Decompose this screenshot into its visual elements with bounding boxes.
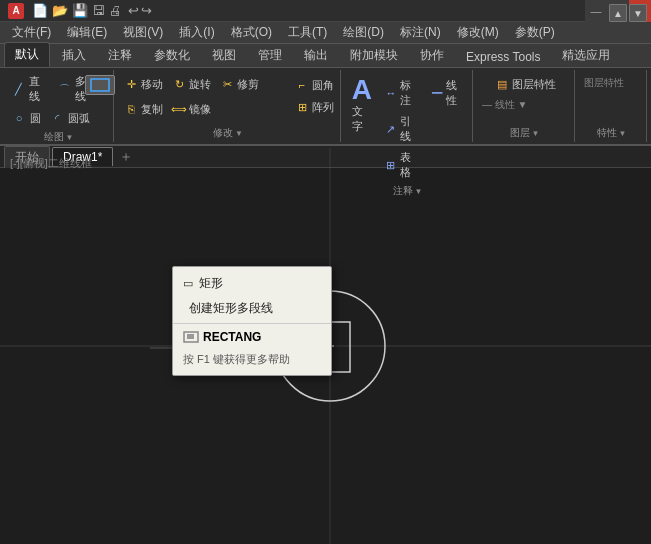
new-icon[interactable]: 📄 xyxy=(32,3,48,18)
btn-circle[interactable]: ○ 圆 xyxy=(8,108,44,128)
open-icon[interactable]: 📂 xyxy=(52,3,68,18)
save-icon[interactable]: 💾 xyxy=(72,3,88,18)
popup-polyrect-label: 创建矩形多段线 xyxy=(189,300,273,317)
btn-leader[interactable]: ↗引线 xyxy=(381,112,423,146)
group-annotation: A 文字 ↔标注 ↗引线 ⊞表格 ━━线性 xyxy=(343,70,473,142)
tab-manage[interactable]: 管理 xyxy=(248,44,292,67)
tab-default[interactable]: 默认 xyxy=(4,42,50,67)
redo-icon[interactable]: ↪ xyxy=(141,3,152,18)
btn-dimension[interactable]: ↔标注 xyxy=(381,76,423,110)
group-layer-label: 图层 ▼ xyxy=(479,124,570,140)
btn-copy[interactable]: ⎘复制 xyxy=(120,99,166,119)
btn-arc[interactable]: ◜ 圆弧 xyxy=(46,108,93,128)
group-modify-label: 修改 ▼ xyxy=(120,124,336,140)
menu-params[interactable]: 参数(P) xyxy=(507,22,563,43)
btn-trim[interactable]: ✂修剪 xyxy=(216,74,262,94)
mirror-icon: ⟺ xyxy=(171,101,187,117)
menu-format[interactable]: 格式(O) xyxy=(223,22,280,43)
btn-mirror[interactable]: ⟺镜像 xyxy=(168,99,214,119)
leader-icon: ↗ xyxy=(384,121,398,137)
move-icon: ✛ xyxy=(123,76,139,92)
group-draw-label: 绘图 ▼ xyxy=(8,128,109,144)
undo-icon[interactable]: ↩ xyxy=(128,3,139,18)
btn-array[interactable]: ⊞阵列 xyxy=(292,97,336,117)
layer-dropdown-arrow[interactable]: ▼ xyxy=(532,129,540,138)
title-bar: A 📄 📂 💾 🖫 🖨 ↩ ↪ ⊿ 共享 — ❐ ✕ xyxy=(0,0,651,22)
tab-output[interactable]: 输出 xyxy=(294,44,338,67)
dimension-icon: ↔ xyxy=(384,85,398,101)
menu-modify[interactable]: 修改(M) xyxy=(449,22,507,43)
ribbon-panel: ╱ 直线 ⌒ 多段线 ○ 圆 ◜ 圆弧 xyxy=(0,68,651,146)
array-icon: ⊞ xyxy=(294,99,310,115)
group-modify: ✛移动 ↻旋转 ✂修剪 ⎘复制 ⟺镜像 ⌐圆角 ⊞阵列 xyxy=(116,70,341,142)
menu-draw[interactable]: 绘图(D) xyxy=(335,22,392,43)
text-big-icon: A xyxy=(352,76,372,104)
polyline-icon: ⌒ xyxy=(57,81,72,97)
group-properties-label: 特性 ▼ xyxy=(581,124,642,140)
rectangle-ribbon-icon xyxy=(90,78,110,92)
popup-rect-label: 矩形 xyxy=(199,275,223,292)
trim-icon: ✂ xyxy=(219,76,235,92)
popup-command-label: RECTANG xyxy=(203,330,261,344)
btn-rectangle-ribbon[interactable] xyxy=(85,75,115,95)
tab-finedapp[interactable]: 精选应用 xyxy=(552,44,620,67)
svg-rect-9 xyxy=(187,334,194,339)
btn-text[interactable]: A 文字 xyxy=(347,74,377,136)
tab-collaborate[interactable]: 协作 xyxy=(410,44,454,67)
tab-addmodule[interactable]: 附加模块 xyxy=(340,44,408,67)
menu-tools[interactable]: 工具(T) xyxy=(280,22,335,43)
main-canvas-area: [-][俯视]二维线框 ▭ 矩形 创建矩形多段线 xyxy=(0,148,651,544)
layer-props-icon: ▤ xyxy=(494,76,510,92)
ribbon-collapse-btn[interactable]: ▲ xyxy=(609,4,627,22)
arc-icon: ◜ xyxy=(49,110,65,126)
popup-command-row[interactable]: RECTANG xyxy=(173,326,331,348)
tab-annotate[interactable]: 注释 xyxy=(98,44,142,67)
menu-insert[interactable]: 插入(I) xyxy=(171,22,222,43)
group-properties: 图层特性 特性 ▼ xyxy=(577,70,647,142)
tab-parametric[interactable]: 参数化 xyxy=(144,44,200,67)
app-logo: A xyxy=(8,3,24,19)
menu-edit[interactable]: 编辑(E) xyxy=(59,22,115,43)
properties-dropdown-arrow[interactable]: ▼ xyxy=(619,129,627,138)
minimize-button[interactable]: — xyxy=(585,0,607,22)
fillet-icon: ⌐ xyxy=(294,77,310,93)
group-layer: ▤图层特性 — 线性 ▼ 图层 ▼ xyxy=(475,70,575,142)
draw-row-2: ○ 圆 ◜ 圆弧 xyxy=(8,108,109,128)
menu-file[interactable]: 文件(F) xyxy=(4,22,59,43)
linear-icon: ━━ xyxy=(429,85,443,101)
ribbon-win-controls: ▲ ▼ xyxy=(609,4,647,22)
menu-annotate[interactable]: 标注(N) xyxy=(392,22,449,43)
tab-view[interactable]: 视图 xyxy=(202,44,246,67)
ribbon-tabs: 默认 插入 注释 参数化 视图 管理 输出 附加模块 协作 Express To… xyxy=(0,44,651,68)
rotate-icon: ↻ xyxy=(171,76,187,92)
tab-expresstools[interactable]: Express Tools xyxy=(456,47,550,67)
saveas-icon[interactable]: 🖫 xyxy=(92,3,105,18)
popup-rect-icon: ▭ xyxy=(183,277,193,290)
popup-help[interactable]: 按 F1 键获得更多帮助 xyxy=(173,348,331,371)
popup-help-label: 按 F1 键获得更多帮助 xyxy=(183,352,290,367)
context-popup: ▭ 矩形 创建矩形多段线 RECTANG 按 F1 键获得更多帮助 xyxy=(172,266,332,376)
group-draw: ╱ 直线 ⌒ 多段线 ○ 圆 ◜ 圆弧 xyxy=(4,70,114,142)
ribbon-options-btn[interactable]: ▼ xyxy=(629,4,647,22)
popup-item-polyrect[interactable]: 创建矩形多段线 xyxy=(173,296,331,321)
popup-item-rect[interactable]: ▭ 矩形 xyxy=(173,271,331,296)
btn-linear[interactable]: ━━线性 xyxy=(426,76,468,110)
btn-line[interactable]: ╱ 直线 xyxy=(8,72,52,106)
svg-rect-0 xyxy=(91,79,109,91)
line-icon: ╱ xyxy=(11,81,26,97)
print-icon[interactable]: 🖨 xyxy=(109,3,122,18)
circle-icon: ○ xyxy=(11,110,27,126)
copy-icon: ⎘ xyxy=(123,101,139,117)
modify-dropdown-arrow[interactable]: ▼ xyxy=(235,129,243,138)
draw-dropdown-arrow[interactable]: ▼ xyxy=(66,133,74,142)
btn-layer-props[interactable]: ▤图层特性 xyxy=(479,74,570,94)
tab-insert[interactable]: 插入 xyxy=(52,44,96,67)
menu-view[interactable]: 视图(V) xyxy=(115,22,171,43)
menu-bar: 文件(F) 编辑(E) 视图(V) 插入(I) 格式(O) 工具(T) 绘图(D… xyxy=(0,22,651,44)
btn-fillet[interactable]: ⌐圆角 xyxy=(292,75,336,95)
btn-move[interactable]: ✛移动 xyxy=(120,74,166,94)
btn-rotate[interactable]: ↻旋转 xyxy=(168,74,214,94)
popup-command-icon xyxy=(183,331,199,343)
